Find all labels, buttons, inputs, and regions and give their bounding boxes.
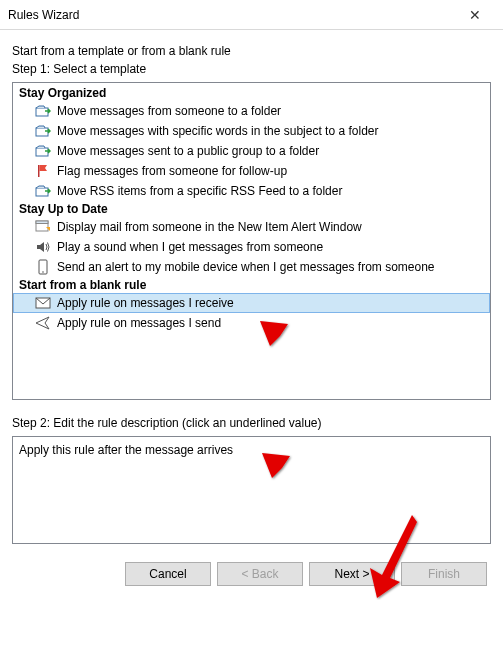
intro-text: Start from a template or from a blank ru… (12, 44, 491, 58)
item-label: Flag messages from someone for follow-up (57, 162, 287, 180)
item-label: Move messages with specific words in the… (57, 122, 378, 140)
alert-window-icon (35, 219, 51, 235)
section-stay-up-to-date: Stay Up to Date (13, 201, 490, 217)
template-item-apply-receive[interactable]: Apply rule on messages I receive (13, 293, 490, 313)
template-item-move-specific-words[interactable]: Move messages with specific words in the… (13, 121, 490, 141)
step2-label: Step 2: Edit the rule description (click… (12, 416, 491, 430)
template-item-flag-followup[interactable]: Flag messages from someone for follow-up (13, 161, 490, 181)
titlebar: Rules Wizard ✕ (0, 0, 503, 30)
item-label: Apply rule on messages I receive (57, 294, 234, 312)
svg-rect-6 (36, 221, 48, 224)
template-item-move-rss[interactable]: Move RSS items from a specific RSS Feed … (13, 181, 490, 201)
template-listbox: Stay Organized Move messages from someon… (12, 82, 491, 400)
svg-rect-3 (38, 165, 40, 177)
section-blank-rule: Start from a blank rule (13, 277, 490, 293)
svg-point-8 (42, 271, 44, 273)
flag-icon (35, 163, 51, 179)
svg-rect-4 (36, 188, 48, 196)
step1-label: Step 1: Select a template (12, 62, 491, 76)
svg-rect-1 (36, 128, 48, 136)
svg-rect-0 (36, 108, 48, 116)
close-icon: ✕ (469, 7, 481, 23)
window-title: Rules Wizard (8, 8, 455, 22)
move-folder-icon (35, 183, 51, 199)
next-button[interactable]: Next > (309, 562, 395, 586)
move-folder-icon (35, 103, 51, 119)
item-label: Apply rule on messages I send (57, 314, 221, 332)
item-label: Move RSS items from a specific RSS Feed … (57, 182, 342, 200)
template-item-mobile-alert[interactable]: Send an alert to my mobile device when I… (13, 257, 490, 277)
cancel-button[interactable]: Cancel (125, 562, 211, 586)
button-row: Cancel < Back Next > Finish (12, 550, 491, 596)
close-button[interactable]: ✕ (455, 1, 495, 29)
move-folder-icon (35, 143, 51, 159)
template-item-apply-send[interactable]: Apply rule on messages I send (13, 313, 490, 333)
section-stay-organized: Stay Organized (13, 85, 490, 101)
send-icon (35, 315, 51, 331)
item-label: Display mail from someone in the New Ite… (57, 218, 362, 236)
template-item-play-sound[interactable]: Play a sound when I get messages from so… (13, 237, 490, 257)
move-folder-icon (35, 123, 51, 139)
svg-rect-2 (36, 148, 48, 156)
mobile-icon (35, 259, 51, 275)
rule-description-text: Apply this rule after the message arrive… (19, 443, 233, 457)
finish-button: Finish (401, 562, 487, 586)
back-button: < Back (217, 562, 303, 586)
item-label: Move messages from someone to a folder (57, 102, 281, 120)
rule-description-box[interactable]: Apply this rule after the message arrive… (12, 436, 491, 544)
template-item-display-alert[interactable]: Display mail from someone in the New Ite… (13, 217, 490, 237)
item-label: Move messages sent to a public group to … (57, 142, 319, 160)
template-item-move-public-group[interactable]: Move messages sent to a public group to … (13, 141, 490, 161)
sound-icon (35, 239, 51, 255)
template-item-move-from-someone[interactable]: Move messages from someone to a folder (13, 101, 490, 121)
envelope-icon (35, 295, 51, 311)
item-label: Send an alert to my mobile device when I… (57, 258, 435, 276)
item-label: Play a sound when I get messages from so… (57, 238, 323, 256)
